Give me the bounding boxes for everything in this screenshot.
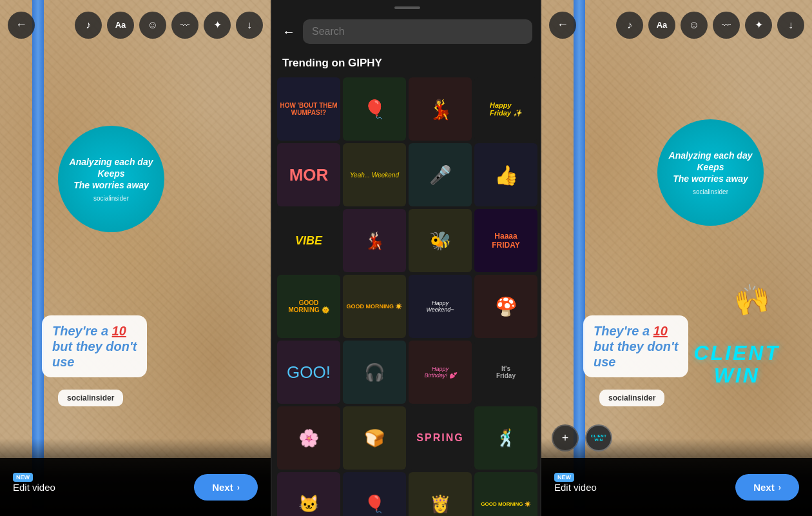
right-music-button[interactable]: ♪: [616, 12, 643, 39]
right-text-button[interactable]: Aa: [648, 12, 675, 39]
right-download-button[interactable]: ↓: [777, 12, 804, 39]
sticker-vibe[interactable]: VIBE: [277, 209, 340, 272]
right-panel: ← ♪ Aa ☺ 〰 ✦ ↓ Analyzing each dayKeepsTh…: [541, 0, 812, 516]
sticker-snowwhite[interactable]: 👸: [409, 472, 472, 516]
right-back-button[interactable]: ←: [549, 12, 576, 39]
sticker-girl[interactable]: 🎧: [343, 341, 406, 404]
right-top-toolbar: ← ♪ Aa ☺ 〰 ✦ ↓: [541, 0, 812, 42]
giphy-back-button[interactable]: ←: [282, 25, 295, 39]
sticker-itsfriday[interactable]: It'sFriday: [474, 341, 537, 404]
draw-button[interactable]: 〰: [171, 12, 198, 39]
right-blue-circle-sticker[interactable]: Analyzing each dayKeepsThe worries away …: [657, 119, 764, 226]
they10-sticker[interactable]: They're a 10 but they don't use: [42, 315, 147, 377]
right-music-icon: ♪: [627, 19, 632, 31]
next-button[interactable]: Next ›: [194, 474, 258, 501]
sticker-dance[interactable]: 💃: [409, 77, 472, 141]
right-edit-video-button[interactable]: NEW Edit video: [554, 482, 597, 493]
giphy-row-7: 🐱 🎈 👸 GOOD MORNING ☀️: [277, 472, 537, 516]
giphy-row-3: VIBE 💃🏻 🐝 HaaaaFRIDAY: [277, 209, 537, 272]
plus-icon: +: [562, 432, 569, 445]
music-icon: ♪: [86, 19, 91, 31]
text-button[interactable]: Aa: [107, 12, 134, 39]
back-icon: ←: [15, 18, 27, 32]
sticker-pink[interactable]: 🌸: [277, 406, 340, 470]
bottom-action-icons: + CLIENT WIN: [552, 424, 612, 452]
sticker-spring[interactable]: SPRING: [409, 406, 472, 470]
sticker-happy-friday[interactable]: HappyFriday ✨: [474, 77, 537, 141]
right-text-icon: Aa: [657, 20, 668, 30]
sticker-mario[interactable]: 🍄: [474, 275, 537, 338]
sticker-gmorning2[interactable]: GOOD MORNING ☀️: [474, 472, 537, 516]
trending-title: Trending on GIPHY: [272, 49, 541, 75]
circle-sticker-text: Analyzing each dayKeepsThe worries away: [70, 156, 153, 192]
text-icon: Aa: [115, 20, 126, 30]
sticker-grid: HOW 'BOUT THEMWUMPAS!? 🎈 💃 HappyFriday ✨…: [272, 75, 541, 516]
sticker-cat[interactable]: 🐱: [277, 472, 340, 516]
sticker-goo[interactable]: GOO!: [277, 341, 340, 404]
sticker-birthday[interactable]: 🎈: [343, 77, 406, 141]
sticker-guy[interactable]: 🕺: [474, 406, 537, 470]
sticker-toast[interactable]: 🍞: [343, 406, 406, 470]
giphy-container: ← Trending on GIPHY HOW 'BOUT THEMWUMPAS…: [272, 0, 541, 516]
wave-sticker[interactable]: 🙌: [731, 279, 773, 319]
right-they10-sticker[interactable]: They're a 10 but they don't use: [583, 315, 688, 377]
mini-preview-label: CLIENT WIN: [586, 434, 611, 442]
sticker-bday2[interactable]: HappyBirthday! 💕: [409, 341, 472, 404]
drag-handle: [394, 6, 420, 9]
right-draw-button[interactable]: 〰: [713, 12, 740, 39]
download-icon: ↓: [247, 19, 252, 31]
client-win-sticker[interactable]: CLIENT WIN: [693, 342, 780, 387]
right-effects-button[interactable]: ✦: [745, 12, 772, 39]
mini-preview-sticker[interactable]: CLIENT WIN: [585, 424, 612, 452]
back-button[interactable]: ←: [8, 12, 35, 39]
sticker-wumpas[interactable]: HOW 'BOUT THEMWUMPAS!?: [277, 77, 340, 141]
right-next-arrow-icon: ›: [778, 482, 781, 492]
sticker-goodmorning[interactable]: GOOD MORNING ☀️: [343, 275, 406, 338]
right-draw-icon: 〰: [722, 20, 731, 30]
right-back-icon: ←: [557, 18, 568, 32]
edit-video-button[interactable]: NEW Edit video: [13, 482, 55, 493]
music-button[interactable]: ♪: [75, 12, 102, 39]
sticker-happyweekend[interactable]: HappyWeekend~: [409, 275, 472, 338]
right-emoji-button[interactable]: ☺: [681, 12, 708, 39]
circle-sticker-brand: socialinsider: [93, 195, 129, 202]
right-next-button[interactable]: Next ›: [735, 474, 799, 501]
next-arrow-icon: ›: [237, 482, 240, 492]
right-download-icon: ↓: [788, 19, 793, 31]
right-new-badge: NEW: [554, 473, 574, 482]
blue-circle-sticker[interactable]: Analyzing each dayKeepsThe worries away …: [58, 126, 164, 232]
sticker-garfield[interactable]: GOODMORNING 🌞: [277, 275, 340, 338]
sticker-anime[interactable]: MOR: [277, 143, 340, 206]
they10-text: They're a 10 but they don't use: [52, 323, 137, 370]
sticker-balloon[interactable]: 🎈: [343, 472, 406, 516]
giphy-row-6: 🌸 🍞 SPRING 🕺: [277, 406, 537, 470]
sticker-bee[interactable]: 🐝: [409, 209, 472, 272]
giphy-panel: ← Trending on GIPHY HOW 'BOUT THEMWUMPAS…: [271, 0, 541, 516]
draw-icon: 〰: [180, 20, 189, 30]
sticker-friday[interactable]: HaaaaFRIDAY: [474, 209, 537, 272]
wave-emoji: 🙌: [731, 280, 773, 319]
right-circle-sticker-brand: socialinsider: [693, 188, 728, 195]
right-brand-white-sticker[interactable]: socialinsider: [599, 390, 664, 406]
effects-icon: ✦: [213, 19, 222, 31]
search-bar: ←: [272, 14, 541, 49]
sticker-person[interactable]: 💃🏻: [343, 209, 406, 272]
right-bottom-bar: NEW Edit video Next ›: [541, 458, 812, 516]
top-toolbar: ← ♪ Aa ☺ 〰 ✦ ↓: [0, 0, 271, 42]
search-input[interactable]: [303, 19, 532, 44]
client-win-text: CLIENT WIN: [693, 342, 780, 387]
sticker-comedian[interactable]: 🎤: [409, 143, 472, 206]
giphy-row-5: GOO! 🎧 HappyBirthday! 💕 It'sFriday: [277, 341, 537, 404]
sticker-weekend[interactable]: Yeah... Weekend: [343, 143, 406, 206]
right-edit-video-label: Edit video: [554, 482, 597, 493]
bottom-bar: NEW Edit video Next ›: [0, 458, 271, 516]
sticker-thumbs[interactable]: 👍: [474, 143, 537, 206]
giphy-row-2: MOR Yeah... Weekend 🎤 👍: [277, 143, 537, 206]
brand-white-sticker[interactable]: socialinsider: [58, 390, 123, 406]
emoji-button[interactable]: ☺: [139, 12, 166, 39]
add-button[interactable]: +: [552, 424, 579, 452]
download-button[interactable]: ↓: [236, 12, 263, 39]
effects-button[interactable]: ✦: [204, 12, 231, 39]
right-brand-white-text: socialinsider: [608, 393, 655, 402]
next-label: Next: [212, 482, 233, 493]
